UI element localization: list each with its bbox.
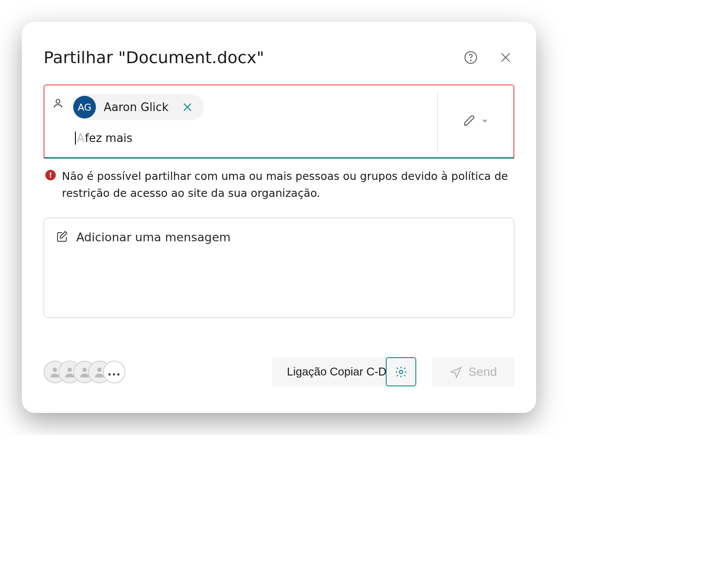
permission-selector[interactable] bbox=[437, 91, 513, 152]
close-button[interactable] bbox=[497, 49, 514, 66]
header-actions bbox=[462, 49, 514, 66]
recipient-avatar: AG bbox=[73, 96, 96, 118]
remove-recipient-button[interactable] bbox=[180, 99, 195, 115]
svg-point-6 bbox=[97, 368, 102, 372]
recipient-chip[interactable]: AG Aaron Glick bbox=[71, 94, 204, 120]
svg-point-1 bbox=[470, 60, 471, 61]
gear-icon bbox=[394, 365, 408, 378]
copy-link-group: Ligação Copiar C-D bbox=[272, 357, 416, 386]
input-typed-text: fez mais bbox=[85, 132, 133, 145]
recipient-text-input[interactable]: A fez mais bbox=[71, 132, 204, 145]
link-settings-button[interactable] bbox=[386, 357, 416, 386]
svg-point-3 bbox=[53, 368, 57, 372]
error-message-row: ! Não é possível partilhar com uma ou ma… bbox=[44, 159, 514, 202]
recipients-stack: AG Aaron Glick A fez mais bbox=[71, 94, 204, 145]
svg-point-2 bbox=[56, 99, 60, 103]
recipients-left: AG Aaron Glick A fez mais bbox=[44, 85, 437, 157]
dialog-footer: ... Ligação Copiar C-D Send bbox=[44, 357, 514, 387]
text-cursor bbox=[75, 132, 76, 145]
recipient-name: Aaron Glick bbox=[104, 101, 168, 114]
help-icon bbox=[464, 51, 478, 64]
message-input-box[interactable]: Adicionar uma mensagem bbox=[44, 218, 514, 318]
send-button-label: Send bbox=[469, 365, 497, 379]
svg-point-7 bbox=[399, 370, 403, 374]
share-dialog: Partilhar "Document.docx" bbox=[22, 22, 536, 413]
compose-icon bbox=[55, 230, 68, 245]
stack-more-button[interactable]: ... bbox=[103, 361, 126, 383]
send-button[interactable]: Send bbox=[432, 357, 514, 387]
copy-link-button[interactable]: Ligação Copiar C-D bbox=[272, 357, 397, 386]
recipients-input-box[interactable]: AG Aaron Glick A fez mais bbox=[44, 84, 514, 159]
shared-with-avatar-stack[interactable]: ... bbox=[44, 361, 126, 383]
close-icon bbox=[181, 101, 194, 113]
error-text: Não é possível partilhar com uma ou mais… bbox=[62, 168, 513, 202]
close-icon bbox=[499, 51, 513, 64]
message-placeholder: Adicionar uma mensagem bbox=[76, 230, 231, 244]
svg-point-4 bbox=[68, 368, 72, 372]
person-icon bbox=[52, 98, 64, 111]
footer-actions: Ligação Copiar C-D Send bbox=[272, 357, 514, 387]
error-icon: ! bbox=[45, 170, 56, 180]
chevron-down-icon bbox=[481, 117, 489, 126]
svg-point-5 bbox=[82, 368, 87, 372]
dialog-title: Partilhar "Document.docx" bbox=[44, 48, 264, 67]
help-button[interactable] bbox=[462, 49, 479, 66]
send-icon bbox=[449, 365, 462, 378]
dialog-header: Partilhar "Document.docx" bbox=[44, 48, 514, 67]
input-ghost-char: A bbox=[77, 132, 85, 145]
pencil-icon bbox=[462, 114, 476, 129]
